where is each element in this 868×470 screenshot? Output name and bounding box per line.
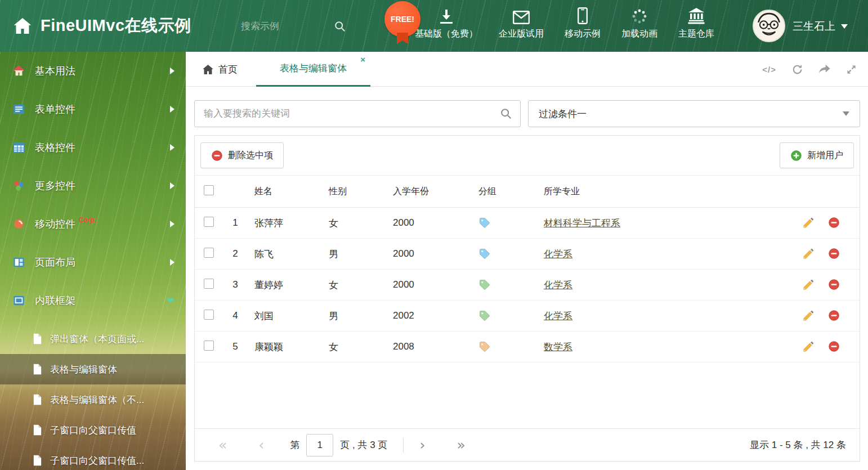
row-year: 2000 (387, 217, 473, 229)
row-name: 康颖颖 (249, 341, 323, 353)
sidebar-subitem-grid-edit-window-2[interactable]: 表格与编辑窗体（不... (0, 384, 186, 415)
row-checkbox[interactable] (204, 310, 214, 320)
header-search (241, 17, 356, 36)
chevron-right-icon (170, 144, 175, 151)
sidebar-item-inline-frame[interactable]: 内联框架 (0, 281, 186, 320)
delete-row-icon[interactable] (828, 310, 840, 322)
sidebar-subitem-child-to-parent-2[interactable]: 子窗口向父窗口传值... (0, 445, 186, 470)
last-page-button[interactable]: » (457, 438, 465, 452)
nav-label: 加载动画 (621, 28, 657, 40)
major-link[interactable]: 化学系 (544, 280, 572, 290)
sidebar-item-more-controls[interactable]: 更多控件 (0, 167, 186, 205)
sidebar-subitem-popup-window[interactable]: 弹出窗体（本页面或... (0, 324, 186, 354)
home-icon[interactable] (14, 18, 32, 34)
row-name: 董婷婷 (249, 279, 323, 292)
major-link[interactable]: 材料科学与工程系 (544, 218, 620, 229)
major-link[interactable]: 化学系 (544, 311, 572, 321)
row-gender: 女 (323, 341, 387, 353)
major-link[interactable]: 化学系 (544, 249, 572, 259)
col-year: 入学年份 (387, 186, 473, 198)
nav-theme-store[interactable]: 主题仓库 (678, 7, 714, 40)
row-checkbox[interactable] (204, 217, 214, 227)
record-summary: 显示 1 - 5 条 , 共 12 条 (750, 438, 846, 451)
filter-dropdown[interactable]: 过滤条件一 (528, 100, 860, 127)
keyword-search-input[interactable] (195, 108, 500, 119)
home-tab-icon (203, 65, 213, 74)
search-icon[interactable] (500, 108, 512, 120)
pagination-divider (403, 438, 404, 453)
chevron-right-icon (170, 106, 175, 113)
first-page-button[interactable]: « (218, 438, 227, 452)
plus-circle-icon (790, 150, 802, 162)
tab-strip: 首页 表格与编辑窗体 × </> (186, 52, 868, 87)
row-index: 5 (222, 341, 249, 352)
row-checkbox[interactable] (204, 341, 214, 351)
free-badge: FREE! (384, 1, 420, 37)
sidebar-item-table-controls[interactable]: 表格控件 (0, 128, 186, 167)
source-code-icon[interactable]: </> (762, 65, 776, 74)
grid-panel: 删除选中项 新增用户 姓名 性别 入学年份 分组 所学专业 1 张萍萍 女 (194, 135, 860, 462)
user-menu[interactable]: 三生石上 (793, 19, 848, 34)
edit-pencil-icon[interactable] (802, 341, 815, 353)
row-gender: 男 (323, 310, 387, 323)
next-page-button[interactable]: › (419, 438, 425, 452)
share-forward-icon[interactable] (818, 64, 831, 75)
group-tag-icon (473, 248, 538, 260)
document-icon (33, 333, 42, 344)
balls-icon (12, 180, 26, 192)
sidebar-item-label: 更多控件 (35, 179, 75, 193)
major-link[interactable]: 数学系 (544, 342, 572, 352)
nav-label: 移动示例 (565, 28, 601, 40)
table-row: 2 陈飞 男 2000 化学系 (195, 239, 860, 270)
edit-pencil-icon[interactable] (802, 310, 815, 322)
document-icon (33, 424, 42, 436)
bank-icon (688, 7, 705, 24)
select-all-checkbox[interactable] (204, 185, 214, 195)
row-gender: 男 (323, 248, 387, 261)
delete-row-icon[interactable] (828, 341, 840, 353)
sidebar-subitem-child-to-parent[interactable]: 子窗口向父窗口传值 (0, 415, 186, 445)
sidebar-item-page-layout[interactable]: 页面布局 (0, 243, 186, 281)
chevron-right-icon (170, 68, 175, 74)
page-number-input[interactable] (306, 434, 333, 456)
tab-close-icon[interactable]: × (360, 55, 365, 64)
sidebar-subitem-label: 子窗口向父窗口传值 (50, 424, 136, 437)
edit-pencil-icon[interactable] (802, 279, 815, 291)
tab-grid-edit-window[interactable]: 表格与编辑窗体 × (256, 52, 370, 87)
delete-selected-button[interactable]: 删除选中项 (200, 142, 284, 168)
header-nav: 基础版（免费） 企业版试用 移动示例 加载动画 主题仓库 (415, 7, 714, 40)
layout-icon (12, 256, 26, 268)
row-checkbox[interactable] (204, 248, 214, 258)
delete-row-icon[interactable] (828, 248, 840, 260)
delete-row-icon[interactable] (828, 217, 840, 229)
row-checkbox[interactable] (204, 279, 214, 289)
nav-loading-animation[interactable]: 加载动画 (621, 7, 657, 40)
header-search-input[interactable] (241, 21, 334, 32)
chevron-right-icon (170, 182, 175, 189)
sidebar-item-label: 内联框架 (35, 294, 75, 307)
edit-pencil-icon[interactable] (802, 248, 815, 260)
house-icon (12, 65, 26, 77)
row-index: 2 (222, 248, 249, 259)
expand-icon[interactable] (846, 64, 857, 75)
sidebar-subitem-grid-edit-window[interactable]: 表格与编辑窗体 (0, 354, 186, 384)
avatar[interactable] (753, 10, 785, 42)
download-icon (439, 7, 454, 24)
tabstrip-tools: </> (762, 52, 857, 87)
form-icon (12, 103, 26, 115)
tab-home[interactable]: 首页 (203, 52, 238, 87)
nav-mobile-demo[interactable]: 移动示例 (565, 7, 601, 40)
nav-enterprise-trial[interactable]: 企业版试用 (499, 7, 544, 40)
add-user-button[interactable]: 新增用户 (780, 142, 854, 168)
sidebar-item-mobile-controls[interactable]: 移动控件 Corp. (0, 205, 186, 243)
sidebar-item-basic-usage[interactable]: 基本用法 (0, 52, 186, 90)
sidebar-item-form-controls[interactable]: 表单控件 (0, 90, 186, 128)
refresh-icon[interactable] (791, 64, 803, 75)
prev-page-button[interactable]: ‹ (258, 438, 264, 452)
nav-basic-free[interactable]: 基础版（免费） (415, 7, 478, 40)
delete-row-icon[interactable] (828, 279, 840, 291)
header-search-icon[interactable] (334, 20, 346, 33)
corp-badge: Corp. (79, 216, 96, 224)
nav-label: 基础版（免费） (415, 28, 478, 40)
edit-pencil-icon[interactable] (802, 217, 815, 229)
